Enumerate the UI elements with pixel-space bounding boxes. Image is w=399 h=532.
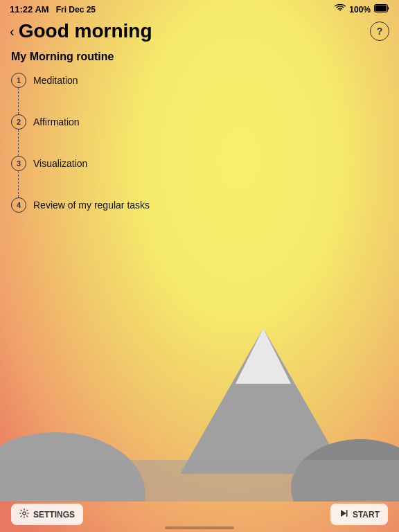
- back-button[interactable]: ‹: [10, 24, 15, 38]
- svg-marker-8: [341, 510, 346, 517]
- battery-text: 100%: [349, 5, 371, 15]
- section-title: My Morning routine: [11, 51, 388, 63]
- item-left: 1: [11, 73, 26, 114]
- header: ‹ Good morning ?: [0, 17, 399, 46]
- item-label: Review of my regular tasks: [33, 197, 150, 211]
- help-button[interactable]: ?: [370, 21, 389, 41]
- status-right: 100%: [335, 4, 389, 15]
- settings-label: SETTINGS: [33, 510, 75, 520]
- svg-rect-1: [375, 6, 387, 12]
- item-connector: [18, 88, 19, 114]
- page-title: Good morning: [19, 20, 152, 42]
- item-number: 4: [11, 197, 26, 213]
- svg-rect-9: [346, 510, 348, 517]
- routine-list: 1 Meditation 2 Affirmation 3 Visualizati…: [11, 73, 388, 239]
- list-item: 3 Visualization: [11, 156, 388, 197]
- gear-icon: [19, 508, 29, 520]
- item-label: Meditation: [33, 73, 78, 86]
- item-label: Affirmation: [33, 114, 80, 127]
- start-button[interactable]: START: [330, 504, 388, 525]
- item-connector: [18, 130, 19, 156]
- status-bar: 11:22 AM Fri Dec 25 100%: [0, 0, 399, 17]
- settings-button[interactable]: SETTINGS: [11, 504, 83, 525]
- header-left: ‹ Good morning: [10, 20, 152, 42]
- bottom-bar: SETTINGS START: [0, 498, 399, 532]
- item-left: 3: [11, 156, 26, 197]
- svg-marker-4: [236, 328, 291, 384]
- wifi-icon: [335, 4, 346, 15]
- item-number: 2: [11, 114, 26, 130]
- status-time-date: 11:22 AM Fri Dec 25: [10, 4, 96, 15]
- item-connector: [18, 171, 19, 197]
- status-date: Fri Dec 25: [56, 5, 96, 15]
- svg-rect-6: [0, 460, 399, 502]
- list-item: 1 Meditation: [11, 73, 388, 114]
- status-time: 11:22 AM: [10, 4, 49, 15]
- play-icon: [339, 508, 348, 520]
- svg-point-7: [23, 512, 26, 515]
- list-item: 2 Affirmation: [11, 114, 388, 156]
- main-content: My Morning routine 1 Meditation 2 Affirm…: [0, 46, 399, 239]
- item-left: 2: [11, 114, 26, 156]
- battery-icon: [374, 4, 389, 15]
- mountains-illustration: [0, 308, 399, 504]
- item-number: 3: [11, 156, 26, 171]
- item-label: Visualization: [33, 156, 87, 169]
- list-item: 4 Review of my regular tasks: [11, 197, 388, 239]
- item-left: 4: [11, 197, 26, 213]
- item-number: 1: [11, 73, 26, 88]
- start-label: START: [353, 510, 380, 520]
- home-indicator: [165, 526, 234, 529]
